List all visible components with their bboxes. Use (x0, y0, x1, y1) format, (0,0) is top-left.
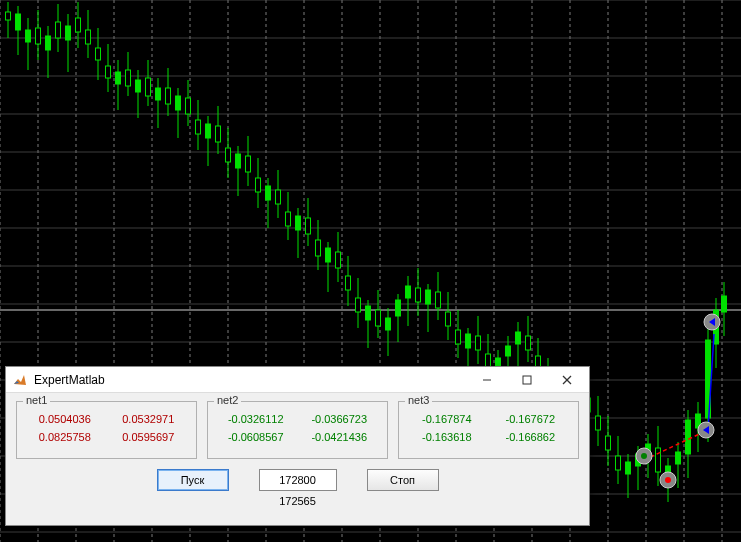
svg-rect-155 (596, 416, 601, 430)
svg-rect-127 (456, 330, 461, 344)
svg-rect-109 (366, 306, 371, 320)
minimize-button[interactable] (467, 369, 507, 391)
svg-rect-157 (606, 436, 611, 450)
svg-rect-47 (56, 22, 61, 38)
svg-rect-97 (306, 218, 311, 234)
counter-label: 172565 (16, 495, 579, 507)
svg-rect-191 (523, 376, 531, 384)
group-label: net1 (23, 394, 50, 406)
svg-rect-121 (426, 290, 431, 304)
svg-rect-41 (26, 30, 31, 42)
svg-rect-159 (616, 456, 621, 470)
svg-rect-73 (186, 98, 191, 114)
chart-marker[interactable] (704, 314, 720, 330)
matlab-icon (12, 372, 28, 388)
svg-rect-65 (146, 78, 151, 96)
svg-rect-61 (126, 70, 131, 86)
chart-marker[interactable] (660, 472, 676, 488)
net1-r2a: 0.0825758 (23, 428, 107, 446)
titlebar[interactable]: ExpertMatlab (6, 367, 589, 393)
group-net2: net2 -0.0326112 -0.0366723 -0.0608567 -0… (207, 401, 388, 459)
svg-rect-141 (526, 336, 531, 350)
svg-point-187 (665, 477, 671, 483)
svg-rect-49 (66, 26, 71, 40)
svg-rect-107 (356, 298, 361, 312)
svg-rect-123 (436, 292, 441, 308)
svg-rect-87 (256, 178, 261, 192)
svg-rect-37 (6, 12, 11, 20)
svg-rect-55 (96, 48, 101, 60)
svg-rect-131 (476, 336, 481, 350)
svg-rect-89 (266, 186, 271, 200)
svg-rect-111 (376, 310, 381, 326)
svg-rect-75 (196, 120, 201, 134)
close-button[interactable] (547, 369, 587, 391)
svg-rect-67 (156, 88, 161, 100)
svg-rect-119 (416, 288, 421, 302)
chart-marker[interactable] (636, 448, 652, 464)
expertmatlab-dialog: ExpertMatlab net1 0.0504036 0.0532971 0.… (5, 366, 590, 526)
svg-rect-103 (336, 252, 341, 268)
svg-rect-125 (446, 312, 451, 326)
net2-r2a: -0.0608567 (214, 428, 298, 446)
net3-r1b: -0.167672 (489, 410, 573, 428)
svg-rect-173 (686, 420, 691, 454)
svg-rect-129 (466, 334, 471, 348)
net2-r1a: -0.0326112 (214, 410, 298, 428)
group-label: net3 (405, 394, 432, 406)
dialog-body: net1 0.0504036 0.0532971 0.0825758 0.059… (6, 393, 589, 511)
svg-rect-137 (506, 346, 511, 356)
svg-rect-85 (246, 156, 251, 172)
svg-rect-53 (86, 30, 91, 44)
net1-r1b: 0.0532971 (107, 410, 191, 428)
svg-rect-93 (286, 212, 291, 226)
svg-rect-181 (722, 296, 727, 312)
svg-rect-101 (326, 248, 331, 262)
svg-rect-115 (396, 300, 401, 316)
svg-rect-105 (346, 276, 351, 290)
svg-rect-57 (106, 66, 111, 78)
svg-rect-161 (626, 462, 631, 474)
svg-rect-95 (296, 216, 301, 230)
net3-r1a: -0.167874 (405, 410, 489, 428)
svg-rect-81 (226, 148, 231, 162)
stop-button[interactable]: Стоп (367, 469, 439, 491)
group-label: net2 (214, 394, 241, 406)
svg-rect-167 (656, 448, 661, 472)
svg-rect-117 (406, 286, 411, 298)
number-input[interactable]: 172800 (259, 469, 337, 491)
chart-marker[interactable] (698, 422, 714, 438)
svg-rect-99 (316, 240, 321, 256)
start-button[interactable]: Пуск (157, 469, 229, 491)
svg-point-189 (641, 453, 647, 459)
group-net1: net1 0.0504036 0.0532971 0.0825758 0.059… (16, 401, 197, 459)
svg-rect-63 (136, 80, 141, 92)
net3-r2a: -0.163618 (405, 428, 489, 446)
svg-rect-39 (16, 14, 21, 30)
svg-rect-139 (516, 332, 521, 344)
svg-rect-113 (386, 318, 391, 330)
svg-rect-171 (676, 452, 681, 464)
svg-rect-51 (76, 18, 81, 32)
svg-rect-71 (176, 96, 181, 110)
group-net3: net3 -0.167874 -0.167672 -0.163618 -0.16… (398, 401, 579, 459)
svg-rect-77 (206, 124, 211, 138)
svg-rect-79 (216, 126, 221, 142)
net3-r2b: -0.166862 (489, 428, 573, 446)
net2-r1b: -0.0366723 (298, 410, 382, 428)
svg-rect-45 (46, 36, 51, 50)
svg-rect-69 (166, 88, 171, 104)
svg-rect-59 (116, 72, 121, 84)
net1-r2b: 0.0595697 (107, 428, 191, 446)
net1-r1a: 0.0504036 (23, 410, 107, 428)
svg-rect-83 (236, 154, 241, 168)
maximize-button[interactable] (507, 369, 547, 391)
net2-r2b: -0.0421436 (298, 428, 382, 446)
window-title: ExpertMatlab (34, 373, 467, 387)
svg-rect-43 (36, 28, 41, 44)
svg-rect-91 (276, 190, 281, 204)
